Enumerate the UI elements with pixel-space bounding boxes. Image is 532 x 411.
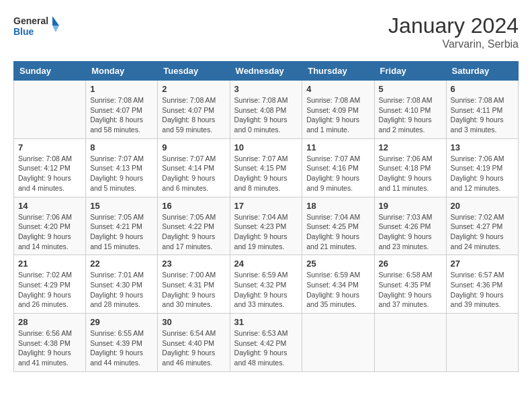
logo: General Blue — [13, 13, 60, 40]
day-info: Sunrise: 7:07 AM Sunset: 4:16 PM Dayligh… — [306, 154, 369, 193]
calendar-cell: 17Sunrise: 7:04 AM Sunset: 4:23 PM Dayli… — [230, 197, 302, 255]
calendar-header-sunday: Sunday — [14, 62, 86, 81]
day-info: Sunrise: 7:05 AM Sunset: 4:22 PM Dayligh… — [162, 212, 225, 252]
day-info: Sunrise: 6:55 AM Sunset: 4:39 PM Dayligh… — [90, 328, 153, 368]
calendar-header: SundayMondayTuesdayWednesdayThursdayFrid… — [14, 62, 519, 81]
day-info: Sunrise: 7:03 AM Sunset: 4:26 PM Dayligh… — [379, 212, 442, 252]
day-info: Sunrise: 7:08 AM Sunset: 4:07 PM Dayligh… — [162, 95, 225, 135]
day-number: 22 — [90, 259, 153, 269]
calendar-header-saturday: Saturday — [446, 62, 518, 81]
calendar-cell: 22Sunrise: 7:01 AM Sunset: 4:30 PM Dayli… — [86, 255, 158, 314]
calendar-header-friday: Friday — [374, 62, 446, 81]
calendar-cell: 18Sunrise: 7:04 AM Sunset: 4:25 PM Dayli… — [302, 197, 374, 255]
day-number: 14 — [18, 201, 81, 211]
calendar-cell: 9Sunrise: 7:07 AM Sunset: 4:14 PM Daylig… — [158, 138, 230, 197]
day-info: Sunrise: 7:02 AM Sunset: 4:29 PM Dayligh… — [18, 270, 81, 310]
day-info: Sunrise: 7:06 AM Sunset: 4:19 PM Dayligh… — [451, 154, 514, 193]
calendar-cell — [446, 314, 518, 372]
calendar-cell: 27Sunrise: 6:57 AM Sunset: 4:36 PM Dayli… — [446, 255, 518, 314]
calendar-header-wednesday: Wednesday — [230, 62, 302, 81]
svg-text:General: General — [13, 15, 48, 26]
day-info: Sunrise: 7:08 AM Sunset: 4:12 PM Dayligh… — [18, 154, 81, 193]
day-info: Sunrise: 6:57 AM Sunset: 4:36 PM Dayligh… — [451, 270, 514, 310]
calendar-cell: 31Sunrise: 6:53 AM Sunset: 4:42 PM Dayli… — [230, 314, 302, 372]
calendar-cell: 15Sunrise: 7:05 AM Sunset: 4:21 PM Dayli… — [86, 197, 158, 255]
calendar-cell: 6Sunrise: 7:08 AM Sunset: 4:11 PM Daylig… — [446, 81, 518, 139]
svg-marker-3 — [52, 26, 59, 32]
calendar-body: 1Sunrise: 7:08 AM Sunset: 4:07 PM Daylig… — [14, 81, 519, 372]
calendar-table: SundayMondayTuesdayWednesdayThursdayFrid… — [13, 61, 519, 372]
calendar-cell: 16Sunrise: 7:05 AM Sunset: 4:22 PM Dayli… — [158, 197, 230, 255]
calendar-cell: 21Sunrise: 7:02 AM Sunset: 4:29 PM Dayli… — [14, 255, 86, 314]
day-info: Sunrise: 6:59 AM Sunset: 4:32 PM Dayligh… — [234, 270, 298, 310]
day-info: Sunrise: 7:05 AM Sunset: 4:21 PM Dayligh… — [90, 212, 153, 252]
calendar-cell: 1Sunrise: 7:08 AM Sunset: 4:07 PM Daylig… — [86, 81, 158, 139]
day-number: 23 — [162, 259, 225, 269]
day-info: Sunrise: 7:08 AM Sunset: 4:09 PM Dayligh… — [306, 95, 369, 135]
day-info: Sunrise: 6:54 AM Sunset: 4:40 PM Dayligh… — [162, 328, 225, 368]
day-number: 10 — [234, 142, 298, 152]
day-number: 20 — [451, 201, 514, 211]
page-subtitle: Varvarin, Serbia — [388, 38, 519, 50]
page-header: General Blue January 2024 Varvarin, Serb… — [13, 13, 519, 50]
calendar-cell: 12Sunrise: 7:06 AM Sunset: 4:18 PM Dayli… — [374, 138, 446, 197]
day-info: Sunrise: 7:02 AM Sunset: 4:27 PM Dayligh… — [451, 212, 514, 252]
calendar-header-row: SundayMondayTuesdayWednesdayThursdayFrid… — [14, 62, 519, 81]
day-number: 9 — [162, 142, 225, 152]
day-info: Sunrise: 7:00 AM Sunset: 4:31 PM Dayligh… — [162, 270, 225, 310]
svg-text:Blue: Blue — [13, 26, 34, 37]
calendar-cell: 7Sunrise: 7:08 AM Sunset: 4:12 PM Daylig… — [14, 138, 86, 197]
calendar-week-2: 14Sunrise: 7:06 AM Sunset: 4:20 PM Dayli… — [14, 197, 519, 255]
day-number: 25 — [306, 259, 369, 269]
day-number: 16 — [162, 201, 225, 211]
calendar-cell: 11Sunrise: 7:07 AM Sunset: 4:16 PM Dayli… — [302, 138, 374, 197]
calendar-header-monday: Monday — [86, 62, 158, 81]
calendar-cell: 14Sunrise: 7:06 AM Sunset: 4:20 PM Dayli… — [14, 197, 86, 255]
day-info: Sunrise: 7:08 AM Sunset: 4:07 PM Dayligh… — [90, 95, 153, 135]
day-info: Sunrise: 7:04 AM Sunset: 4:23 PM Dayligh… — [234, 212, 298, 252]
day-number: 29 — [90, 317, 153, 327]
day-number: 17 — [234, 201, 298, 211]
calendar-cell: 25Sunrise: 6:59 AM Sunset: 4:34 PM Dayli… — [302, 255, 374, 314]
day-number: 1 — [90, 84, 153, 94]
day-info: Sunrise: 7:07 AM Sunset: 4:15 PM Dayligh… — [234, 154, 298, 193]
day-info: Sunrise: 7:06 AM Sunset: 4:20 PM Dayligh… — [18, 212, 81, 252]
calendar-cell: 19Sunrise: 7:03 AM Sunset: 4:26 PM Dayli… — [374, 197, 446, 255]
calendar-header-thursday: Thursday — [302, 62, 374, 81]
day-number: 6 — [451, 84, 514, 94]
day-number: 3 — [234, 84, 298, 94]
calendar-cell — [374, 314, 446, 372]
day-info: Sunrise: 7:08 AM Sunset: 4:10 PM Dayligh… — [379, 95, 442, 135]
day-number: 11 — [306, 142, 369, 152]
calendar-cell: 24Sunrise: 6:59 AM Sunset: 4:32 PM Dayli… — [230, 255, 302, 314]
calendar-cell — [14, 81, 86, 139]
calendar-header-tuesday: Tuesday — [158, 62, 230, 81]
day-info: Sunrise: 7:08 AM Sunset: 4:11 PM Dayligh… — [451, 95, 514, 135]
day-number: 7 — [18, 142, 81, 152]
day-number: 2 — [162, 84, 225, 94]
calendar-cell: 30Sunrise: 6:54 AM Sunset: 4:40 PM Dayli… — [158, 314, 230, 372]
day-info: Sunrise: 7:04 AM Sunset: 4:25 PM Dayligh… — [306, 212, 369, 252]
logo-svg: General Blue — [13, 13, 60, 40]
calendar-week-1: 7Sunrise: 7:08 AM Sunset: 4:12 PM Daylig… — [14, 138, 519, 197]
calendar-cell: 13Sunrise: 7:06 AM Sunset: 4:19 PM Dayli… — [446, 138, 518, 197]
day-number: 4 — [306, 84, 369, 94]
day-number: 28 — [18, 317, 81, 327]
day-number: 5 — [379, 84, 442, 94]
day-info: Sunrise: 7:08 AM Sunset: 4:08 PM Dayligh… — [234, 95, 298, 135]
day-info: Sunrise: 6:56 AM Sunset: 4:38 PM Dayligh… — [18, 328, 81, 368]
page-title: January 2024 — [388, 13, 519, 38]
day-info: Sunrise: 7:01 AM Sunset: 4:30 PM Dayligh… — [90, 270, 153, 310]
day-info: Sunrise: 7:07 AM Sunset: 4:14 PM Dayligh… — [162, 154, 225, 193]
calendar-week-0: 1Sunrise: 7:08 AM Sunset: 4:07 PM Daylig… — [14, 81, 519, 139]
calendar-week-4: 28Sunrise: 6:56 AM Sunset: 4:38 PM Dayli… — [14, 314, 519, 372]
calendar-cell: 3Sunrise: 7:08 AM Sunset: 4:08 PM Daylig… — [230, 81, 302, 139]
calendar-cell: 2Sunrise: 7:08 AM Sunset: 4:07 PM Daylig… — [158, 81, 230, 139]
day-number: 8 — [90, 142, 153, 152]
day-number: 21 — [18, 259, 81, 269]
day-info: Sunrise: 7:07 AM Sunset: 4:13 PM Dayligh… — [90, 154, 153, 193]
calendar-cell: 5Sunrise: 7:08 AM Sunset: 4:10 PM Daylig… — [374, 81, 446, 139]
day-info: Sunrise: 6:58 AM Sunset: 4:35 PM Dayligh… — [379, 270, 442, 310]
day-number: 31 — [234, 317, 298, 327]
day-info: Sunrise: 6:53 AM Sunset: 4:42 PM Dayligh… — [234, 328, 298, 368]
